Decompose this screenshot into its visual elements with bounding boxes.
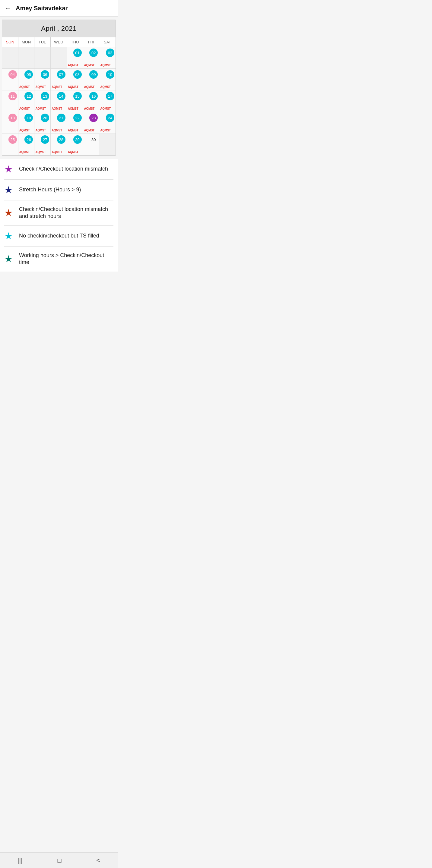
calendar-cell[interactable]: 10AQMST — [99, 69, 116, 90]
calendar-cell[interactable]: 11 — [2, 90, 19, 112]
calendar-cell[interactable]: 01AQMST — [67, 47, 83, 69]
weekday-wed: WED — [51, 37, 67, 47]
cell-label: AQMST — [68, 64, 79, 67]
legend-item: ★Stretch Hours (Hours > 9) — [4, 180, 113, 200]
cell-label: AQMST — [19, 129, 30, 132]
calendar-cell[interactable] — [51, 47, 67, 69]
day-number: 14 — [57, 92, 65, 100]
day-number: 13 — [41, 92, 49, 100]
legend-text: No checkin/checkout but TS filled — [19, 232, 99, 239]
calendar-cell[interactable]: 02AQMST — [83, 47, 99, 69]
cell-label: AQMST — [68, 107, 79, 110]
cell-label: AQMST — [19, 150, 30, 154]
calendar-cell[interactable]: 13AQMST — [34, 90, 51, 112]
day-number: 03 — [106, 49, 114, 57]
calendar-cell[interactable]: 28AQMST — [51, 134, 67, 156]
cell-label: AQMST — [19, 85, 30, 89]
legend-text: Checkin/Checkout location mismatch and s… — [19, 206, 113, 220]
day-number: 29 — [73, 135, 82, 144]
cell-label: AQMST — [68, 129, 79, 132]
legend-text: Stretch Hours (Hours > 9) — [19, 186, 81, 193]
calendar-cell[interactable]: 12AQMST — [19, 90, 35, 112]
calendar-cell[interactable]: 09AQMST — [83, 69, 99, 90]
legend-star-icon: ★ — [4, 208, 13, 218]
day-number: 15 — [73, 92, 82, 100]
calendar-cell[interactable] — [19, 47, 35, 69]
calendar-cell[interactable]: 16AQMST — [83, 90, 99, 112]
calendar-cell[interactable]: 27AQMST — [34, 134, 51, 156]
back-button[interactable]: ← — [5, 4, 11, 12]
calendar-cell[interactable] — [2, 47, 19, 69]
calendar-weekdays: SUN MON TUE WED THU FRI SAT — [2, 37, 116, 47]
legend-star-icon: ★ — [4, 185, 13, 195]
cell-label: AQMST — [68, 150, 79, 154]
cell-label: AQMST — [52, 129, 62, 132]
calendar-cell[interactable] — [99, 134, 116, 156]
day-number: 20 — [41, 114, 49, 122]
cell-label: AQMST — [84, 85, 95, 89]
calendar-cell[interactable]: 06AQMST — [34, 69, 51, 90]
legend-item: ★Checkin/Checkout location mismatch and … — [4, 200, 113, 226]
weekday-thu: THU — [67, 37, 83, 47]
legend-item: ★No checkin/checkout but TS filled — [4, 226, 113, 247]
weekday-fri: FRI — [83, 37, 99, 47]
day-number: 19 — [24, 114, 33, 122]
calendar-cell[interactable]: 08AQMST — [67, 69, 83, 90]
calendar-cell[interactable] — [34, 47, 51, 69]
cell-label: AQMST — [100, 85, 111, 89]
calendar-cell[interactable]: 25 — [2, 134, 19, 156]
day-number: 22 — [73, 114, 82, 122]
calendar-cell[interactable]: 29AQMST — [67, 134, 83, 156]
legend-container: ★Checkin/Checkout location mismatch★Stre… — [0, 159, 118, 272]
day-number: 07 — [57, 70, 65, 79]
cell-label: AQMST — [100, 129, 111, 132]
day-number: 08 — [73, 70, 82, 79]
weekday-sun: SUN — [2, 37, 19, 47]
calendar-cell[interactable]: 22AQMST — [67, 112, 83, 134]
cell-label: AQMST — [68, 85, 79, 89]
cell-label: AQMST — [100, 64, 111, 67]
header: ← Amey Saitavdekar — [0, 0, 118, 17]
page-title: Amey Saitavdekar — [16, 5, 67, 12]
weekday-mon: MON — [19, 37, 35, 47]
day-number: 16 — [89, 92, 98, 100]
day-number: 18 — [8, 114, 17, 122]
legend-star-icon: ★ — [4, 164, 13, 174]
day-number: 10 — [106, 70, 114, 79]
calendar-cell[interactable]: 14AQMST — [51, 90, 67, 112]
day-number: 01 — [73, 49, 82, 57]
calendar-cell[interactable]: 03AQMST — [99, 47, 116, 69]
cell-label: AQMST — [52, 85, 62, 89]
cell-label: AQMST — [35, 129, 46, 132]
cell-label: AQMST — [84, 129, 95, 132]
cell-label: AQMST — [35, 150, 46, 154]
calendar-cell[interactable]: 24AQMST — [99, 112, 116, 134]
day-number: 26 — [24, 135, 33, 144]
calendar-cell[interactable]: 15AQMST — [67, 90, 83, 112]
day-number: 25 — [8, 135, 17, 144]
legend-item: ★Working hours > Checkin/Checkout time — [4, 247, 113, 272]
calendar-cell[interactable]: 21AQMST — [51, 112, 67, 134]
day-number: 27 — [41, 135, 49, 144]
cell-label: AQMST — [84, 107, 95, 110]
weekday-tue: TUE — [34, 37, 51, 47]
calendar-cell[interactable]: 20AQMST — [34, 112, 51, 134]
calendar-cell[interactable]: 05AQMST — [19, 69, 35, 90]
calendar-cell[interactable]: 17AQMST — [99, 90, 116, 112]
calendar-cell[interactable]: 23AQMST — [83, 112, 99, 134]
calendar-cell[interactable]: 30 — [83, 134, 99, 156]
calendar-cell[interactable]: 18 — [2, 112, 19, 134]
legend-text: Checkin/Checkout location mismatch — [19, 165, 108, 173]
cell-label: AQMST — [100, 107, 111, 110]
legend-text: Working hours > Checkin/Checkout time — [19, 252, 113, 266]
day-number: 02 — [89, 49, 98, 57]
calendar-cell[interactable]: 26AQMST — [19, 134, 35, 156]
day-number: 24 — [106, 114, 114, 122]
calendar-month-header: April , 2021 — [2, 20, 116, 37]
calendar-cell[interactable]: 04 — [2, 69, 19, 90]
day-number: 09 — [89, 70, 98, 79]
calendar-cell[interactable]: 07AQMST — [51, 69, 67, 90]
calendar-cell[interactable]: 19AQMST — [19, 112, 35, 134]
day-number: 30 — [89, 135, 98, 144]
legend-star-icon: ★ — [4, 254, 13, 264]
